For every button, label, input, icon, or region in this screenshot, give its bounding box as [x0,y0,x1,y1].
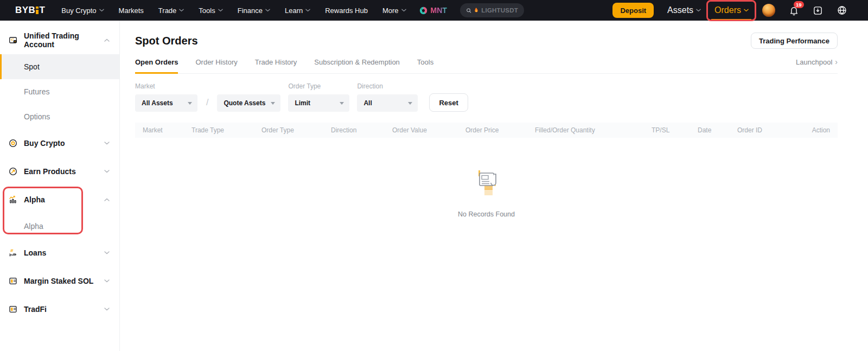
tab-subscription-redemption[interactable]: Subscription & Redemption [314,58,400,73]
logo-text-right: T [39,5,45,16]
chevron-down-icon [104,251,110,254]
quote-filter-label [217,82,280,90]
filters-bar: Market All Assets / Quote Assets Order T… [135,82,838,112]
column-header-order-type: Order Type [261,126,331,134]
tab-order-history[interactable]: Order History [195,58,237,73]
column-header-action: Action [802,126,830,134]
nav-item-finance[interactable]: Finance [238,7,270,15]
nav-item-learn[interactable]: Learn [285,7,310,15]
sidebar-item-earn-products[interactable]: Earn Products [0,157,119,186]
notification-badge: 19 [794,1,804,9]
search-input[interactable]: LIGHTUSDT [460,3,524,17]
reset-button[interactable]: Reset [429,93,468,112]
quote-asset-select[interactable]: Quote Assets [217,94,280,112]
tradfi-icon [9,305,17,314]
nav-item-trade[interactable]: Trade [158,7,184,15]
sidebar-item-label: Loans [24,248,46,257]
nav-item-tools[interactable]: Tools [199,7,222,15]
caret-down-icon [408,102,412,105]
deposit-button[interactable]: Deposit [612,3,654,18]
language-button[interactable] [837,5,847,16]
flame-icon [474,7,478,14]
sidebar-alpha-group: Alpha Alpha [0,186,119,239]
nav-item-markets[interactable]: Markets [119,7,144,15]
mnt-token-label: MNT [431,6,447,15]
no-records-icon [473,167,501,197]
page-title: Spot Orders [135,35,198,47]
sidebar-item-unified-trading-account[interactable]: Unified Trading Account [0,26,119,54]
trading-performance-button[interactable]: Trading Performance [751,33,838,49]
caret-down-icon [188,102,192,105]
sidebar-item-loans[interactable]: Loans [0,239,119,267]
nav-item-rewards-hub[interactable]: Rewards Hub [325,7,368,15]
nav-item-more[interactable]: More [382,7,406,15]
nav-item-buy-crypto[interactable]: Buy Crypto [61,7,104,15]
orders-table-header: Market Trade Type Order Type Direction O… [135,123,838,138]
chevron-down-icon [104,142,110,145]
tabs: Open Orders Order History Trade History … [135,58,433,73]
sidebar-item-label: Buy Crypto [24,139,65,148]
chevron-up-icon [104,39,110,42]
globe-icon [837,5,847,16]
assets-menu[interactable]: Assets [667,5,701,15]
chevron-right-icon: › [835,58,838,66]
sidebar-item-label: Earn Products [24,167,76,176]
tab-trade-history[interactable]: Trade History [255,58,297,73]
sidebar-item-alpha[interactable]: Alpha [0,186,119,214]
assets-label: Assets [667,5,693,15]
column-header-tp-sl: TP/SL [652,126,698,134]
nav-item-label: Tools [199,7,215,15]
sidebar-item-label: Margin Staked SOL [24,277,93,285]
launchpool-label: Launchpool [796,58,832,66]
chevron-down-icon [696,9,701,12]
chevron-down-icon [265,9,270,12]
order-type-select[interactable]: Limit [288,94,349,112]
empty-state: No Records Found [135,167,838,218]
orders-menu-wrap: Orders [714,5,749,15]
sidebar-item-label: Unified Trading Account [24,31,98,49]
tabs-row: Open Orders Order History Trade History … [135,58,838,74]
chevron-down-icon [104,170,110,173]
market-filter-label: Market [135,82,197,90]
column-header-filled-order-quantity: Filled/Order Quantity [535,126,652,134]
nav-menu: Buy Crypto Markets Trade Tools Finance L… [61,7,406,15]
nav-item-label: Markets [119,7,144,15]
mnt-token-icon [419,7,427,15]
sidebar-item-label: Futures [24,87,49,96]
caret-down-icon [340,102,344,105]
sidebar-item-futures[interactable]: Futures [0,79,119,104]
chevron-down-icon [744,9,749,12]
sidebar-item-margin-staked-sol[interactable]: Margin Staked SOL [0,267,119,295]
nav-item-label: Finance [238,7,263,15]
sidebar-item-alpha-sub[interactable]: Alpha [0,214,119,239]
nav-item-label: Rewards Hub [325,7,368,15]
chevron-up-icon [104,198,110,201]
bybit-logo[interactable]: BYB T [15,5,45,16]
chevron-down-icon [104,308,110,311]
sidebar-item-buy-crypto[interactable]: Buy Crypto [0,129,119,157]
column-header-date: Date [698,126,737,134]
orders-menu[interactable]: Orders [714,5,749,15]
launchpool-link[interactable]: Launchpool › [796,58,838,73]
avatar[interactable] [762,4,775,17]
sidebar-item-spot[interactable]: Spot [0,54,119,79]
download-icon [813,5,823,16]
sidebar-item-tradfi[interactable]: TradFi [0,295,119,323]
mnt-token-link[interactable]: MNT [419,6,447,15]
tab-open-orders[interactable]: Open Orders [135,58,178,73]
buy-crypto-icon [9,139,17,148]
nav-item-label: Learn [285,7,303,15]
column-header-direction: Direction [331,126,392,134]
chevron-down-icon [218,9,223,12]
loans-icon [9,248,17,257]
base-asset-select[interactable]: All Assets [135,94,197,112]
download-app-button[interactable] [813,5,823,16]
tab-tools[interactable]: Tools [417,58,433,73]
notifications-button[interactable]: 19 [789,5,799,16]
direction-select[interactable]: All [357,94,418,112]
logo-i-mark [36,7,39,14]
sidebar-item-label: Alpha [24,195,45,204]
quote-filter-group: Quote Assets [217,82,280,112]
sidebar-item-options[interactable]: Options [0,104,119,129]
alpha-icon [9,195,17,204]
